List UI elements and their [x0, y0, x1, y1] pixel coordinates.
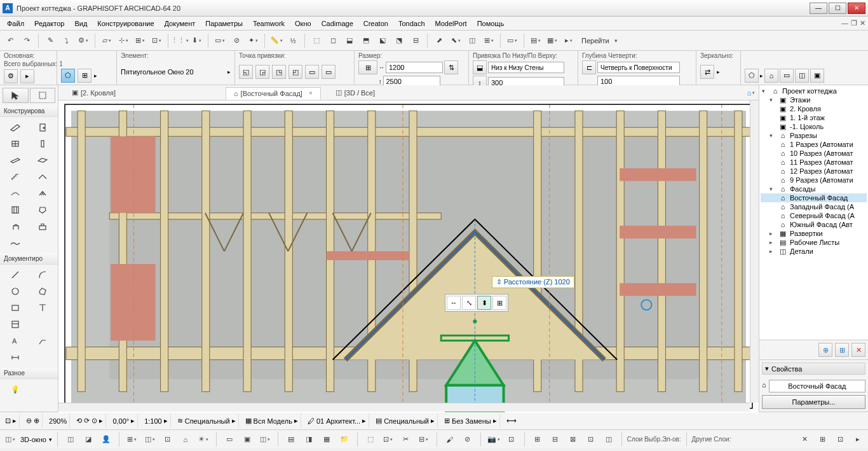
status-renov[interactable]: ▤ Специальный ▸ — [373, 414, 438, 428]
b24[interactable]: ⊞ — [530, 432, 545, 447]
menu-options[interactable]: Параметры — [201, 18, 247, 29]
t9[interactable]: ⬉ — [448, 33, 463, 48]
stair-tool[interactable] — [3, 169, 29, 184]
tab-floor[interactable]: ▣ [2. Кровля] — [64, 86, 124, 99]
tree-interior[interactable]: ▸▦Развертки — [761, 229, 867, 238]
b26[interactable]: ⊠ — [566, 432, 581, 447]
tree-elev-south[interactable]: ⌂Южный Фасад (Авт — [761, 220, 867, 229]
b19[interactable]: ⊟ — [416, 432, 431, 447]
anchor-4[interactable]: ◰ — [288, 65, 302, 79]
b17[interactable]: ⊡ — [381, 432, 396, 447]
menu-document[interactable]: Документ — [160, 18, 200, 29]
t4[interactable]: ⬒ — [358, 33, 374, 48]
tree-sections[interactable]: ▾⌂ Разрезы — [761, 131, 867, 140]
menu-view[interactable]: Вид — [70, 18, 92, 29]
t7[interactable]: ⊟ — [408, 33, 423, 48]
t8[interactable]: ⬈ — [431, 33, 447, 48]
b10[interactable]: ▣ — [240, 432, 255, 447]
v-scrollbar[interactable] — [750, 85, 759, 403]
ext-5[interactable]: ▣ — [810, 69, 824, 83]
b13[interactable]: ◨ — [301, 432, 316, 447]
tree-details[interactable]: ▸◫Детали — [761, 247, 867, 256]
mirror-button[interactable]: ⇄ — [700, 65, 714, 79]
h-scrollbar[interactable] — [58, 403, 750, 412]
wall-tool[interactable] — [3, 120, 29, 135]
minimize-button[interactable]: — — [810, 3, 827, 14]
mesh-tool[interactable] — [3, 235, 29, 251]
b25[interactable]: ⊟ — [548, 432, 563, 447]
reveal-icon[interactable]: ⊏ — [582, 60, 596, 74]
tree-sect-9[interactable]: ⌂9 Разрез (Автомати — [761, 176, 867, 184]
ext-4[interactable]: ◫ — [795, 69, 809, 83]
grid-button[interactable]: ⋮⋮ — [172, 33, 187, 48]
element-dropdown-icon[interactable]: ▸ — [227, 69, 231, 75]
favorites-button[interactable]: ⚙ — [76, 33, 91, 48]
circle-tool[interactable] — [3, 284, 29, 299]
marquee-tool[interactable] — [30, 88, 56, 103]
menu-edit[interactable]: Редактор — [30, 18, 69, 29]
tree-stories[interactable]: ▾▣ Этажи — [761, 95, 867, 104]
tab-3d[interactable]: ◫ [3D / Все] — [327, 86, 383, 99]
beam-tool[interactable] — [3, 153, 29, 168]
b3[interactable]: 👤 — [98, 432, 114, 447]
b14[interactable]: ▦ — [319, 432, 334, 447]
pet-multiply[interactable]: ⊞ — [492, 296, 506, 310]
ext-3[interactable]: ▭ — [780, 69, 794, 83]
skylight-tool[interactable] — [30, 186, 56, 201]
anchor-2[interactable]: ◲ — [255, 65, 269, 79]
doc-min-icon[interactable]: — — [841, 19, 848, 27]
status-layers[interactable]: ≋ Специальный ▸ — [175, 414, 239, 428]
snapguide-button[interactable]: ⊞ — [132, 33, 147, 48]
undo-button[interactable]: ↶ — [3, 33, 18, 48]
zoom-value[interactable]: 290% — [46, 414, 70, 428]
b27[interactable]: ⊡ — [583, 432, 599, 447]
gravity-button[interactable]: ⬇ — [189, 33, 204, 48]
quick-options[interactable]: ⊡ ▸ — [3, 414, 20, 428]
br3[interactable]: ⊡ — [832, 432, 848, 447]
menu-teamwork[interactable]: Teamwork — [248, 18, 289, 29]
br4[interactable]: ▸ — [850, 432, 865, 447]
br2[interactable]: ⊞ — [815, 432, 830, 447]
arrow-btn[interactable]: ▸ — [561, 33, 576, 48]
doc-btn[interactable]: ▭ — [505, 33, 520, 48]
menu-window[interactable]: Окно — [290, 18, 316, 29]
tree-story-0[interactable]: ▣-1. Цоколь — [761, 122, 867, 131]
br1[interactable]: ✕ — [797, 432, 812, 447]
zoom-in-icon[interactable]: ⊕ — [34, 417, 39, 425]
geometry-method-2[interactable]: ⊞ — [78, 69, 92, 83]
measure-button[interactable]: 📏 — [269, 33, 284, 48]
tree-root[interactable]: ▾⌂ Проект коттеджа — [761, 87, 867, 95]
tree-story-2[interactable]: ▣2. Кровля — [761, 104, 867, 113]
bind-icon[interactable]: ⬓ — [473, 60, 487, 74]
pet-move[interactable]: ↔ — [447, 296, 461, 310]
view-switch[interactable]: ◫ — [3, 432, 18, 447]
close-button[interactable]: ✕ — [848, 3, 865, 14]
tree-sect-10[interactable]: ⌂10 Разрез (Автомат — [761, 149, 867, 158]
zone-tool[interactable] — [30, 219, 56, 234]
tree-sect-12[interactable]: ⌂12 Разрез (Автомат — [761, 167, 867, 176]
anchor-1[interactable]: ◱ — [239, 65, 253, 79]
anchor-5[interactable]: ▭ — [305, 65, 319, 79]
drawing-tool[interactable] — [3, 300, 29, 316]
t11[interactable]: ⊞ — [481, 33, 496, 48]
label-tool[interactable] — [30, 333, 56, 349]
tab-nav-icon[interactable]: ⌂ — [743, 85, 759, 101]
arc-tool[interactable] — [30, 267, 56, 282]
navigator-tree[interactable]: ▾⌂ Проект коттеджа ▾▣ Этажи ▣2. Кровля ▣… — [759, 85, 868, 340]
t3[interactable]: ⬓ — [342, 33, 357, 48]
labels-button[interactable]: ½ — [285, 33, 301, 48]
inject-button[interactable]: ⤵ — [59, 33, 74, 48]
goto-label[interactable]: Перейти — [578, 37, 613, 45]
nav-del-button[interactable]: ✕ — [851, 343, 865, 357]
t5[interactable]: ⬕ — [375, 33, 390, 48]
pet-elevate[interactable]: ⬍ — [477, 296, 491, 310]
t6[interactable]: ⬔ — [391, 33, 407, 48]
bind-select[interactable] — [488, 62, 564, 73]
fill-tool[interactable] — [30, 350, 56, 365]
worksheet-tool[interactable] — [3, 317, 29, 332]
b5[interactable]: ◫ — [142, 432, 158, 447]
t10[interactable]: ◫ — [465, 33, 480, 48]
menu-tondach[interactable]: Tondach — [394, 18, 430, 29]
tab-elevation[interactable]: ⌂ [Восточный Фасад] × — [226, 87, 321, 100]
shell-tool[interactable] — [3, 186, 29, 201]
